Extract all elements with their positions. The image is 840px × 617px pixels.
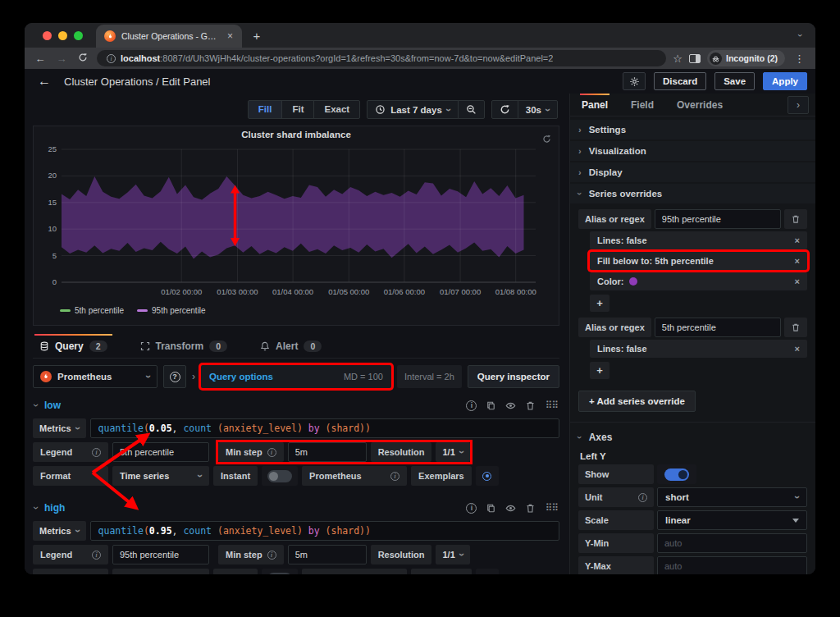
duplicate-query-icon[interactable] (486, 400, 496, 411)
ymin-input[interactable] (657, 533, 807, 553)
remove-rule-icon[interactable]: × (795, 235, 800, 245)
exact-button[interactable]: Exact (313, 100, 360, 119)
section-display[interactable]: ›Display (570, 162, 815, 182)
override-rule-lines-false[interactable]: Lines: false × (590, 231, 807, 249)
query-name[interactable]: high (44, 502, 65, 514)
delete-override-button[interactable] (784, 209, 807, 229)
collapse-pane-button[interactable]: › (788, 96, 809, 114)
format-select[interactable]: Time series› (112, 569, 209, 574)
browser-menu-icon[interactable]: ⋮ (792, 53, 807, 65)
tab-overrides[interactable]: Overrides (675, 94, 724, 116)
collapse-chevron-icon[interactable]: › (31, 404, 41, 407)
series-color-swatch[interactable] (629, 277, 637, 286)
min-step-input[interactable] (288, 442, 367, 462)
close-window-button[interactable] (43, 31, 52, 40)
toggle-visibility-icon[interactable] (505, 503, 516, 514)
refresh-button[interactable] (491, 100, 518, 119)
remove-rule-icon[interactable]: × (795, 344, 800, 354)
axes-header[interactable]: › Axes (578, 428, 807, 446)
query-options-bar[interactable]: Query options MD = 100 (201, 365, 391, 388)
legend-format-input[interactable] (112, 545, 209, 564)
panel-settings-gear-button[interactable] (623, 72, 646, 90)
address-bar[interactable]: i localhost:8087/d/Uh3WjHh4k/cluster-ope… (97, 50, 666, 66)
metrics-dropdown[interactable]: Metrics› (33, 418, 86, 438)
new-tab-button[interactable]: + (247, 25, 267, 45)
datasource-help-button[interactable]: ? (163, 365, 186, 388)
resolution-select[interactable]: 1/1› (436, 545, 469, 564)
query-header[interactable]: › low i ⠿⠿ (33, 396, 559, 414)
drag-handle-icon[interactable]: ⠿⠿ (545, 502, 558, 514)
bookmark-star-icon[interactable]: ☆ (673, 53, 682, 65)
save-button[interactable]: Save (714, 72, 755, 90)
back-to-dashboard-button[interactable]: ← (33, 74, 56, 89)
legend-format-input[interactable] (112, 442, 209, 462)
legend-item[interactable]: 95th percentile (137, 306, 206, 315)
maximize-window-button[interactable] (74, 31, 83, 40)
tab-close-icon[interactable]: × (225, 30, 235, 42)
add-series-override-button[interactable]: + Add series override (578, 391, 696, 412)
section-series-overrides[interactable]: ›Series overrides (570, 184, 815, 203)
tab-query[interactable]: Query 2 (34, 334, 112, 358)
query-help-icon[interactable]: i (466, 503, 477, 514)
remove-rule-icon[interactable]: × (795, 256, 800, 266)
scale-select[interactable]: linear (657, 510, 807, 530)
apply-button[interactable]: Apply (763, 72, 807, 90)
fit-button[interactable]: Fit (281, 100, 314, 119)
section-settings[interactable]: ›Settings (570, 120, 815, 139)
side-panel-icon[interactable] (689, 54, 701, 63)
browser-forward-button[interactable]: → (54, 53, 69, 65)
metrics-dropdown[interactable]: Metrics› (33, 521, 86, 541)
minimize-window-button[interactable] (58, 31, 67, 40)
browser-tab[interactable]: Cluster Operations - Grafana × (96, 25, 242, 48)
site-info-icon[interactable]: i (107, 54, 116, 63)
refresh-interval-picker[interactable]: 30s › (518, 100, 558, 119)
unit-select[interactable]: short› (657, 487, 807, 507)
format-select[interactable]: Time series› (112, 466, 209, 486)
show-toggle[interactable] (664, 468, 689, 481)
tab-search-chevron-icon[interactable]: › (796, 34, 806, 37)
promql-expression-input[interactable]: quantile(0.95, count (anxiety_level) by … (90, 521, 559, 541)
override-rule-fill-below-to[interactable]: Fill below to: 5th percentile × (590, 252, 807, 270)
zoom-out-button[interactable] (458, 100, 485, 119)
drag-handle-icon[interactable]: ⠿⠿ (545, 400, 558, 411)
section-visualization[interactable]: ›Visualization (570, 141, 815, 161)
min-step-input[interactable] (288, 545, 367, 564)
query-header[interactable]: › high i ⠿⠿ (33, 499, 559, 517)
alias-input[interactable] (655, 318, 781, 337)
resolution-select[interactable]: 1/1› (436, 442, 469, 462)
exemplars-icon[interactable] (482, 472, 491, 481)
query-options-chevron-icon[interactable]: › (192, 372, 195, 382)
delete-override-button[interactable] (784, 318, 807, 337)
fill-button[interactable]: Fill (248, 100, 283, 119)
datasource-picker[interactable]: Prometheus › (33, 365, 158, 388)
tab-transform[interactable]: Transform 0 (135, 334, 233, 358)
collapse-chevron-icon[interactable]: › (31, 506, 41, 510)
query-help-icon[interactable]: i (466, 400, 477, 411)
duplicate-query-icon[interactable] (486, 503, 496, 514)
tab-panel[interactable]: Panel (580, 94, 609, 116)
alias-input[interactable] (655, 209, 781, 229)
time-range-picker[interactable]: Last 7 days › (367, 100, 459, 119)
query-inspector-button[interactable]: Query inspector (468, 365, 559, 388)
delete-query-icon[interactable] (525, 400, 536, 411)
instant-toggle[interactable] (267, 470, 292, 482)
add-override-rule-button[interactable]: + (590, 295, 609, 312)
panel-refresh-icon[interactable] (542, 132, 551, 147)
instant-toggle[interactable] (267, 573, 292, 575)
query-name[interactable]: low (44, 400, 61, 411)
remove-rule-icon[interactable]: × (795, 277, 800, 286)
tab-field[interactable]: Field (629, 94, 655, 116)
override-rule-lines-false[interactable]: Lines: false × (590, 340, 807, 358)
add-override-rule-button[interactable]: + (590, 362, 609, 379)
toggle-visibility-icon[interactable] (505, 400, 516, 411)
tab-alert[interactable]: Alert 0 (255, 334, 326, 358)
timeseries-chart[interactable]: 051015202501/02 00:0001/03 00:0001/04 00… (39, 144, 542, 302)
delete-query-icon[interactable] (525, 503, 536, 514)
legend-item[interactable]: 5th percentile (60, 306, 124, 315)
ymax-input[interactable] (657, 556, 807, 574)
browser-back-button[interactable]: ← (33, 53, 48, 65)
browser-reload-button[interactable] (75, 53, 90, 65)
exemplars-icon[interactable] (482, 574, 491, 575)
promql-expression-input[interactable]: quantile(0.05, count (anxiety_level) by … (90, 418, 559, 438)
discard-button[interactable]: Discard (654, 72, 706, 90)
